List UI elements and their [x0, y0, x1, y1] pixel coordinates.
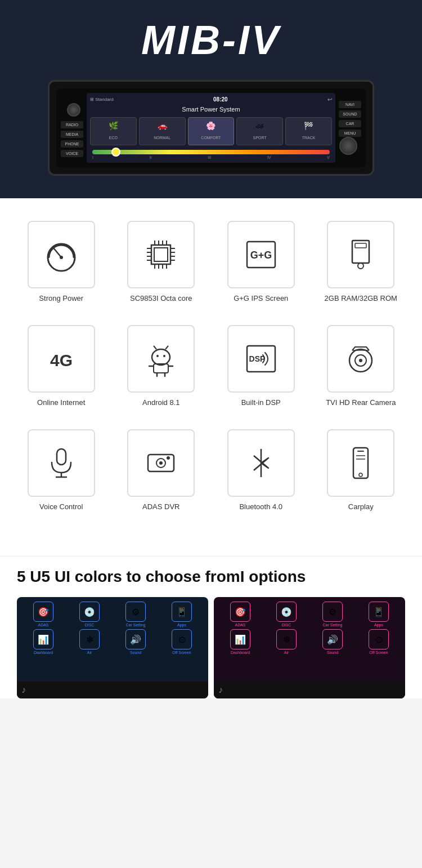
svg-rect-45: [57, 449, 66, 465]
ui-preview-dark: 🎯 ADAS 💿 DISC ⚙ Car Setting 📱 Apps 📊: [17, 597, 208, 698]
ui-preview-pink: 🎯 ADAS 💿 DISC ⚙ Car Setting 📱 Apps 📊: [214, 597, 405, 698]
carplay-icon: [341, 443, 380, 483]
ui-icon-disc-pink: 💿 DISC: [264, 602, 308, 627]
svg-text:G+G: G+G: [250, 250, 272, 261]
gg-screen-label: G+G IPS Screen: [234, 294, 288, 302]
chip-icon: [141, 235, 181, 274]
svg-rect-26: [355, 243, 366, 248]
sport-label: SPORT: [253, 136, 267, 140]
gg-screen-icon: G+G: [241, 235, 281, 274]
feature-voice: Voice Control: [17, 429, 106, 511]
carplay-icon-box: [327, 429, 394, 497]
ui-icon-air-pink: ❄ Air: [264, 629, 308, 655]
svg-point-27: [358, 263, 363, 269]
normal-label: NORMAL: [154, 136, 170, 140]
bottom-section: 5 U5 UI colors to choose fromI options 🎯…: [0, 556, 422, 698]
media-button[interactable]: MEDIA: [61, 131, 83, 138]
feature-screen: G+G G+G IPS Screen: [217, 221, 306, 302]
4g-label: Online Internet: [37, 398, 85, 407]
right-knob[interactable]: [339, 137, 357, 155]
strong-power-icon-box: [28, 221, 95, 288]
car-button[interactable]: CAR: [339, 120, 361, 127]
feature-android: Android 8.1: [117, 325, 206, 407]
features-row2: 4G Online Internet: [17, 325, 405, 407]
voice-button[interactable]: VOICE: [61, 150, 83, 157]
voice-icon-box: [28, 429, 95, 497]
bluetooth-label: Bluetooth 4.0: [239, 502, 282, 511]
main-title: MIB-IV: [11, 17, 411, 63]
disc-icon-pink: 💿: [276, 602, 297, 622]
mode-comfort[interactable]: 🌸 COMFORT: [188, 117, 235, 145]
features-row3: Voice Control ADAS DVR: [17, 429, 405, 511]
features-row1: Strong Power: [17, 221, 405, 302]
feature-dsp: DSP Built-in DSP: [217, 325, 306, 407]
ui-icon-apps-dark: 📱 Apps: [160, 602, 204, 627]
dashboard-icon-dark: 📊: [33, 629, 53, 649]
disc-icon-dark: 💿: [79, 602, 100, 622]
chip-label: SC9853I Octa core: [130, 294, 192, 302]
ui-icon-adas-pink: 🎯 ADAS: [218, 602, 262, 627]
feature-strong-power: Strong Power: [17, 221, 106, 302]
feature-camera: TVI HD Rear Camera: [317, 325, 406, 407]
offscreen-icon-pink: ⊙: [369, 629, 389, 649]
mode-normal[interactable]: 🚗 NORMAL: [139, 117, 186, 145]
svg-text:4G: 4G: [50, 351, 73, 370]
power-indicator: [111, 148, 120, 157]
menu-button[interactable]: MENU: [339, 130, 361, 137]
device-main-row: RADIO MEDIA PHONE VOICE ⊞ Standard 08:20…: [61, 93, 361, 163]
svg-point-54: [359, 473, 362, 477]
mode-eco[interactable]: 🌿 ECO: [90, 117, 137, 145]
voice-label: Voice Control: [39, 502, 83, 511]
device-section: RADIO MEDIA PHONE VOICE ⊞ Standard 08:20…: [0, 74, 422, 198]
android-icon-box: [127, 325, 195, 393]
feature-dvr: ADAS DVR: [117, 429, 206, 511]
device-buttons-left: RADIO MEDIA PHONE VOICE: [61, 121, 83, 157]
ui-icon-dashboard-dark: 📊 Dashboard: [21, 629, 65, 655]
ui-icon-disc-dark: 💿 DISC: [68, 602, 111, 627]
dsp-label: Built-in DSP: [241, 398, 281, 407]
header-section: MIB-IV: [0, 0, 422, 74]
sport-icon: 🏎: [239, 121, 280, 130]
navi-button[interactable]: NAVI: [339, 101, 361, 108]
bottom-title: 5 U5 UI colors to choose fromI options: [17, 568, 405, 586]
radio-button[interactable]: RADIO: [61, 121, 83, 128]
device-buttons-right: NAVI SOUND CAR MENU: [339, 101, 361, 137]
screen-time: 08:20: [213, 96, 228, 103]
phone-button[interactable]: PHONE: [61, 140, 83, 148]
ui-icon-sound-pink: 🔊 Sound: [311, 629, 354, 655]
svg-point-29: [152, 349, 170, 365]
sound-button[interactable]: SOUND: [339, 110, 361, 118]
mode-track[interactable]: 🏁 TRACK: [285, 117, 332, 145]
svg-point-43: [359, 359, 362, 362]
4g-icon: 4G: [42, 339, 81, 379]
storage-icon: [341, 235, 380, 274]
offscreen-icon-dark: ⊙: [172, 629, 192, 649]
carsetting-icon-dark: ⚙: [125, 602, 146, 622]
main-screen: ⊞ Standard 08:20 ↩ Smart Power System 🌿 …: [87, 93, 335, 163]
svg-point-2: [60, 256, 63, 259]
music-note-dark: ♪: [21, 685, 26, 695]
ui-icon-offscreen-pink: ⊙ Off Screen: [357, 629, 401, 655]
ui-icon-air-dark: ❄ Air: [68, 629, 111, 655]
features-section: Strong Power: [0, 198, 422, 556]
comfort-icon: 🌸: [191, 121, 232, 130]
svg-point-30: [156, 355, 159, 357]
air-icon-dark: ❄: [79, 629, 100, 649]
eco-label: ECO: [109, 136, 118, 140]
device-left-panel: RADIO MEDIA PHONE VOICE: [61, 99, 87, 157]
power-knob[interactable]: [67, 103, 80, 117]
apps-icon-pink: 📱: [369, 602, 389, 622]
device-mockup: RADIO MEDIA PHONE VOICE ⊞ Standard 08:20…: [48, 80, 374, 176]
mode-sport[interactable]: 🏎 SPORT: [236, 117, 283, 145]
normal-icon: 🚗: [142, 121, 183, 130]
carplay-label: Carplay: [348, 502, 374, 511]
device-right-panel: NAVI SOUND CAR MENU: [335, 101, 361, 155]
storage-label: 2GB RAM/32GB ROM: [325, 294, 397, 302]
adas-icon-dark: 🎯: [33, 602, 53, 622]
sound-icon-pink: 🔊: [322, 629, 343, 649]
storage-icon-box: [327, 221, 394, 288]
svg-rect-53: [353, 448, 368, 478]
screen-header: ⊞ Standard 08:20 ↩: [90, 96, 332, 103]
svg-line-32: [154, 346, 156, 349]
power-bar-labels: I II III IV V: [92, 155, 330, 159]
